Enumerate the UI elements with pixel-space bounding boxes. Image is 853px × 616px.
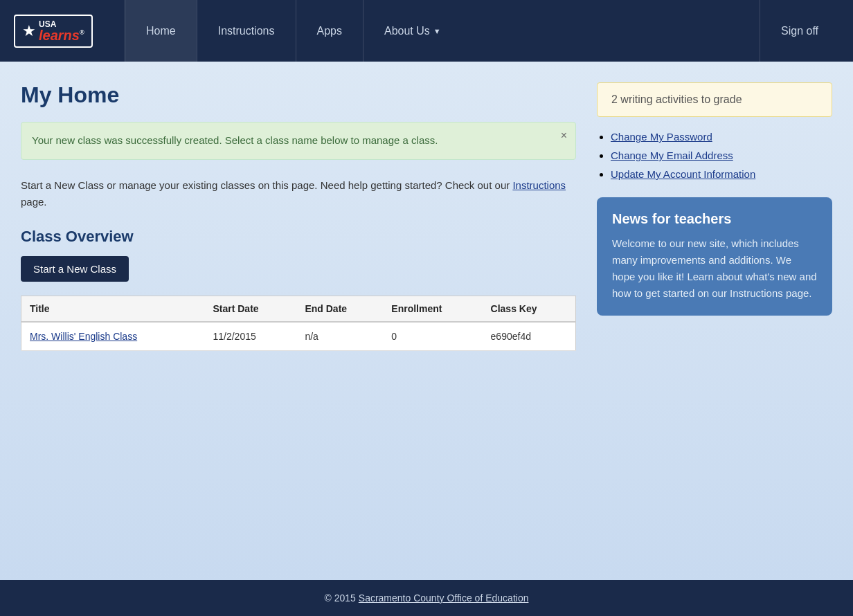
- class-key: e690ef4d: [483, 322, 576, 351]
- list-item: Change My Password: [611, 131, 832, 143]
- col-header-end-date: End Date: [296, 296, 383, 322]
- logo-learns-text: learns®: [39, 28, 84, 42]
- nav-apps[interactable]: Apps: [296, 0, 363, 62]
- class-title-cell: Mrs. Willis' English Class: [21, 322, 205, 351]
- news-body: Welcome to our new site, which includes …: [612, 235, 817, 302]
- list-item: Change My Email Address: [611, 150, 832, 161]
- header: ★ USA learns® Home Instructions Apps Abo…: [0, 0, 853, 62]
- intro-paragraph: Start a New Class or manage your existin…: [21, 177, 576, 210]
- writing-activities-text: 2 writing activities to grade: [611, 93, 742, 105]
- intro-text-2: page.: [21, 196, 47, 208]
- sign-off-button[interactable]: Sign off: [760, 0, 839, 62]
- instructions-link[interactable]: Instructions: [512, 179, 566, 191]
- news-title: News for teachers: [612, 211, 817, 227]
- writing-activities-box: 2 writing activities to grade: [597, 82, 832, 117]
- star-icon: ★: [22, 22, 36, 40]
- nav-instructions[interactable]: Instructions: [197, 0, 296, 62]
- col-header-start-date: Start Date: [204, 296, 296, 322]
- main-nav: Home Instructions Apps About Us ▼: [125, 0, 760, 62]
- chevron-down-icon: ▼: [433, 27, 441, 35]
- nav-home[interactable]: Home: [125, 0, 197, 62]
- footer: © 2015 Sacramento County Office of Educa…: [0, 580, 853, 616]
- account-link[interactable]: Change My Email Address: [611, 150, 733, 161]
- class-end-date: n/a: [296, 322, 383, 351]
- table-header-row: Title Start Date End Date Enrollment Cla…: [21, 296, 576, 322]
- nav-about-us[interactable]: About Us ▼: [363, 0, 462, 62]
- col-header-enrollment: Enrollment: [383, 296, 482, 322]
- class-overview-title: Class Overview: [21, 228, 576, 246]
- alert-close-button[interactable]: ×: [561, 129, 567, 142]
- account-link[interactable]: Update My Account Information: [611, 168, 755, 180]
- page-title: My Home: [21, 82, 576, 108]
- main-content: My Home Your new class was successfully …: [0, 62, 853, 580]
- list-item: Update My Account Information: [611, 168, 832, 180]
- class-title-link[interactable]: Mrs. Willis' English Class: [30, 331, 137, 342]
- left-column: My Home Your new class was successfully …: [21, 82, 576, 559]
- right-column: 2 writing activities to grade Change My …: [597, 82, 832, 559]
- account-link[interactable]: Change My Password: [611, 131, 712, 143]
- class-table: Title Start Date End Date Enrollment Cla…: [21, 296, 576, 351]
- account-links-list: Change My PasswordChange My Email Addres…: [597, 131, 832, 180]
- class-start-date: 11/2/2015: [204, 322, 296, 351]
- success-alert: Your new class was successfully created.…: [21, 122, 576, 160]
- alert-message: Your new class was successfully created.…: [32, 134, 438, 146]
- footer-link[interactable]: Sacramento County Office of Education: [359, 592, 529, 604]
- table-row: Mrs. Willis' English Class 11/2/2015 n/a…: [21, 322, 576, 351]
- col-header-title: Title: [21, 296, 205, 322]
- logo[interactable]: ★ USA learns®: [14, 15, 125, 48]
- class-enrollment: 0: [383, 322, 482, 351]
- col-header-class-key: Class Key: [483, 296, 576, 322]
- logo-usa-text: USA: [39, 20, 84, 28]
- footer-text: © 2015: [325, 592, 359, 604]
- start-new-class-button[interactable]: Start a New Class: [21, 256, 129, 282]
- intro-text-1: Start a New Class or manage your existin…: [21, 179, 512, 191]
- news-box: News for teachers Welcome to our new sit…: [597, 197, 832, 316]
